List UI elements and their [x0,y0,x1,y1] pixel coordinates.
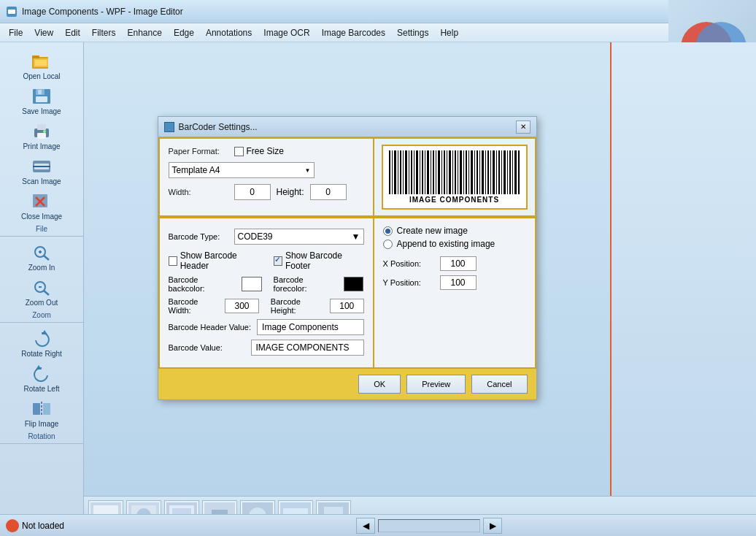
app-icon [6,6,18,18]
print-icon [30,121,53,142]
svg-rect-46 [422,150,423,194]
svg-rect-13 [37,124,46,130]
dialog-icon [164,122,174,132]
height-input[interactable]: 0 [310,184,347,200]
show-barcode-footer-checkbox[interactable]: ✓ [274,256,282,266]
show-header-label[interactable]: Show Barcode Header [169,250,262,271]
append-radio-row: Append to existing image [383,239,526,249]
svg-rect-52 [438,150,440,194]
rotate-right-button[interactable]: Rotate Right [0,326,83,361]
open-local-button[interactable]: Open Local [0,48,83,83]
dimensions-row: Width: 0 Height: 0 [169,184,364,200]
folder-open-icon [30,51,53,72]
dropdown-arrow-icon: ▼ [305,167,311,174]
svg-rect-48 [427,150,429,194]
menu-enhance[interactable]: Enhance [122,26,168,39]
svg-rect-72 [493,150,495,194]
file-group: Open Local Save Image [0,45,83,237]
barcode-width-input[interactable]: 300 [225,299,259,313]
svg-rect-67 [479,150,480,194]
menu-image-ocr[interactable]: Image OCR [258,26,315,39]
scroll-right-button[interactable]: ▶ [483,518,502,534]
show-barcode-footer-text: Show Barcode Footer [285,250,364,271]
x-position-input[interactable]: 100 [440,256,477,271]
rotate-left-button[interactable]: Rotate Left [0,361,83,396]
checkboxes-row: Show Barcode Header ✓ Show Barcode Foote… [169,250,364,271]
y-position-label: Y Position: [383,278,434,287]
paper-format-panel: Paper Format: Free Size [160,139,374,215]
ok-button[interactable]: OK [358,375,401,394]
svg-rect-70 [487,150,489,194]
barcode-settings-panel: Barcode Type: CODE39 ▼ [160,218,374,367]
height-label: Height: [277,187,304,197]
barcode-height-label: Barcode Height: [271,297,324,315]
svg-rect-14 [37,133,46,139]
svg-rect-79 [512,150,513,194]
flip-image-button[interactable]: Flip Image [0,396,83,431]
free-size-label: Free Size [247,146,284,156]
svg-rect-64 [471,150,473,194]
barcode-height-input[interactable]: 100 [330,299,364,313]
barcode-type-dropdown[interactable]: CODE39 ▼ [234,229,364,245]
svg-rect-43 [414,150,414,194]
menu-view[interactable]: View [28,26,59,39]
save-image-button[interactable]: Save Image [0,83,83,118]
show-footer-label[interactable]: ✓ Show Barcode Footer [274,250,364,271]
forecolor-swatch[interactable] [344,277,364,291]
cancel-button[interactable]: Cancel [471,375,527,394]
menu-filters[interactable]: Filters [86,26,122,39]
zoom-out-button[interactable]: Zoom Out [0,275,83,310]
scan-image-button[interactable]: Scan Image [0,153,83,188]
free-size-checkbox-label[interactable]: Free Size [234,146,284,156]
svg-rect-41 [409,150,409,194]
barcode-value-label: Barcode Value: [169,343,245,352]
preview-button[interactable]: Preview [406,375,466,394]
svg-rect-37 [398,150,398,194]
create-new-radio[interactable] [383,226,393,236]
svg-rect-57 [452,150,453,194]
svg-rect-73 [496,150,497,194]
paper-format-dropdown[interactable]: Template A4 ▼ [169,162,315,178]
close-image-label: Close Image [21,213,62,221]
free-size-checkbox[interactable] [234,147,244,156]
width-input[interactable]: 0 [234,184,271,200]
backcolor-swatch[interactable] [242,277,262,291]
rotate-left-icon [30,364,53,384]
scroll-track[interactable] [378,519,480,532]
template-value: Template A4 [172,165,220,175]
close-image-icon [30,191,53,212]
svg-rect-60 [460,150,462,194]
svg-rect-65 [474,150,475,194]
menu-help[interactable]: Help [434,26,464,39]
print-image-button[interactable]: Print Image [0,118,83,153]
print-image-label: Print Image [23,142,60,150]
zoom-group-label: Zoom [32,310,51,319]
menu-annotations[interactable]: Annotations [200,26,258,39]
barcode-header-value-input[interactable]: Image Components [257,319,363,335]
menu-file[interactable]: File [3,26,28,39]
svg-line-28 [44,291,49,295]
scan-image-label: Scan Image [22,177,61,185]
append-radio[interactable] [383,240,393,249]
menu-edit[interactable]: Edit [59,26,86,39]
svg-rect-10 [36,96,47,102]
menu-edge[interactable]: Edge [168,26,200,39]
menu-image-barcodes[interactable]: Image Barcodes [316,26,391,39]
show-barcode-header-checkbox[interactable] [169,256,177,266]
y-position-input[interactable]: 100 [440,275,477,290]
scroll-left-button[interactable]: ◀ [356,518,375,534]
svg-rect-66 [477,150,478,194]
svg-rect-42 [411,150,412,194]
svg-rect-59 [458,150,458,194]
close-image-button[interactable]: Close Image [0,188,83,223]
barcode-value-input[interactable]: IMAGE COMPONENTS [251,340,364,356]
zoom-out-icon [30,277,53,298]
svg-rect-71 [490,150,491,194]
menu-settings[interactable]: Settings [391,26,434,39]
zoom-in-button[interactable]: Zoom In [0,240,83,275]
title-bar: Image Components - WPF - Image Editor — … [0,0,756,23]
dialog-close-button[interactable]: ✕ [516,120,531,134]
barcode-type-row: Barcode Type: CODE39 ▼ [169,229,364,245]
paper-format-label: Paper Format: [169,147,234,156]
barcoder-dialog: BarCoder Settings... ✕ [158,116,537,400]
